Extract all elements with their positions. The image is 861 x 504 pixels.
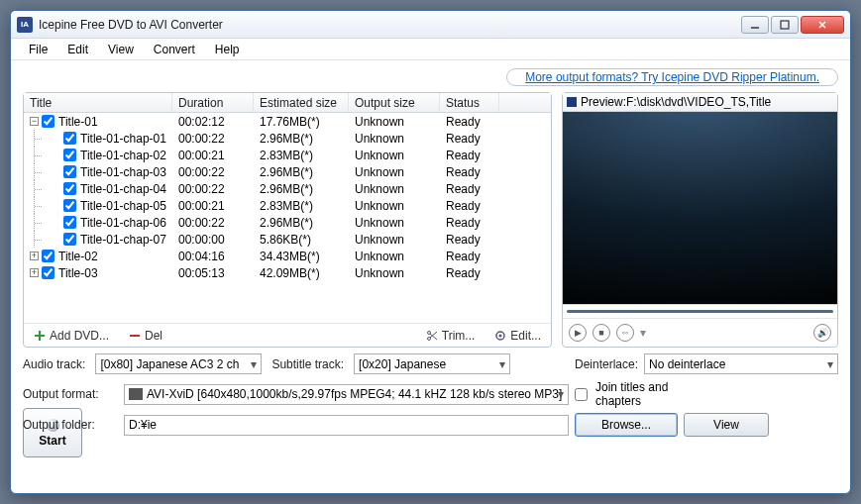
table-row[interactable]: Title-01-chap-0500:00:212.83MB(*)Unknown… bbox=[24, 197, 551, 214]
subtitle-track-select[interactable]: [0x20] Japanese bbox=[354, 353, 510, 374]
menu-help[interactable]: Help bbox=[205, 41, 250, 58]
deinterlace-select[interactable]: No deinterlace bbox=[644, 353, 838, 374]
table-row[interactable]: Title-01-chap-0700:00:005.86KB(*)Unknown… bbox=[24, 231, 551, 248]
cell-out: Unknown bbox=[349, 199, 440, 213]
row-checkbox[interactable] bbox=[63, 216, 76, 229]
preview-label: Preview:F:\disk\dvd\VIDEO_TS,Title bbox=[581, 95, 771, 109]
cell-dur: 00:00:21 bbox=[172, 199, 254, 213]
output-folder-label: Output folder: bbox=[23, 418, 118, 432]
table-row[interactable]: Title-01-chap-0200:00:212.83MB(*)Unknown… bbox=[24, 147, 551, 163]
add-dvd-label: Add DVD... bbox=[50, 329, 109, 343]
cell-est: 2.96MB(*) bbox=[254, 216, 349, 230]
preview-controls: ▶ ■ ◦◦ ▾ 🔊 bbox=[563, 319, 837, 347]
cell-dur: 00:04:16 bbox=[172, 250, 254, 263]
menu-convert[interactable]: Convert bbox=[144, 41, 205, 58]
row-checkbox[interactable] bbox=[63, 199, 76, 212]
row-checkbox[interactable] bbox=[63, 182, 76, 195]
table-row[interactable]: +Title-0200:04:1634.43MB(*)UnknownReady bbox=[24, 248, 551, 264]
expand-toggle[interactable]: − bbox=[30, 117, 39, 126]
output-folder-input[interactable]: D:¥ie bbox=[124, 415, 569, 436]
preview-icon bbox=[567, 97, 577, 107]
cell-out: Unknown bbox=[349, 165, 440, 179]
row-checkbox[interactable] bbox=[63, 165, 76, 178]
preview-video[interactable] bbox=[563, 112, 837, 305]
row-checkbox[interactable] bbox=[42, 115, 54, 128]
row-title: Title-01-chap-05 bbox=[80, 199, 166, 213]
col-output-size[interactable]: Output size bbox=[349, 93, 440, 112]
seek-bar[interactable] bbox=[563, 305, 837, 319]
table-row[interactable]: +Title-0300:05:1342.09MB(*)UnknownReady bbox=[24, 264, 551, 281]
delete-label: Del bbox=[145, 329, 162, 343]
cell-st: Ready bbox=[440, 182, 499, 196]
row-checkbox[interactable] bbox=[63, 233, 76, 246]
cell-est: 34.43MB(*) bbox=[254, 250, 349, 263]
plus-icon bbox=[34, 330, 46, 342]
cell-st: Ready bbox=[440, 216, 499, 230]
table-row[interactable]: Title-01-chap-0600:00:222.96MB(*)Unknown… bbox=[24, 214, 551, 231]
promo-link[interactable]: More output formats? Try Icepine DVD Rip… bbox=[506, 68, 838, 86]
cell-dur: 00:05:13 bbox=[172, 266, 254, 280]
output-format-select[interactable]: AVI-XviD [640x480,1000kb/s,29.97fps MPEG… bbox=[124, 384, 569, 405]
audio-track-select[interactable]: [0x80] Japanese AC3 2 ch bbox=[95, 353, 262, 374]
title-list: Title Duration Estimated size Output siz… bbox=[23, 92, 552, 348]
audio-track-label: Audio track: bbox=[23, 357, 85, 371]
trim-button[interactable]: Trim... bbox=[422, 329, 480, 343]
col-duration[interactable]: Duration bbox=[172, 93, 254, 112]
delete-button[interactable]: Del bbox=[125, 329, 166, 343]
minimize-button[interactable] bbox=[741, 16, 769, 34]
edit-button[interactable]: Edit... bbox=[490, 329, 545, 343]
play-button[interactable]: ▶ bbox=[569, 324, 587, 342]
cell-dur: 00:00:00 bbox=[172, 233, 254, 247]
join-checkbox[interactable] bbox=[575, 388, 588, 401]
subtitle-track-label: Subtitle track: bbox=[271, 357, 344, 371]
svg-rect-1 bbox=[781, 21, 789, 29]
cell-out: Unknown bbox=[349, 132, 440, 146]
cell-out: Unknown bbox=[349, 149, 440, 162]
add-dvd-button[interactable]: Add DVD... bbox=[30, 329, 113, 343]
row-checkbox[interactable] bbox=[42, 250, 54, 262]
table-row[interactable]: Title-01-chap-0100:00:222.96MB(*)Unknown… bbox=[24, 130, 551, 147]
volume-button[interactable]: 🔊 bbox=[813, 324, 831, 342]
menu-view[interactable]: View bbox=[98, 41, 144, 58]
row-checkbox[interactable] bbox=[63, 149, 76, 161]
table-row[interactable]: −Title-0100:02:1217.76MB(*)UnknownReady bbox=[24, 113, 551, 130]
expand-toggle[interactable]: + bbox=[30, 268, 39, 277]
minus-icon bbox=[129, 330, 141, 342]
view-button[interactable]: View bbox=[684, 413, 769, 437]
cell-out: Unknown bbox=[349, 266, 440, 280]
row-checkbox[interactable] bbox=[63, 132, 76, 145]
close-button[interactable] bbox=[801, 16, 844, 34]
table-row[interactable]: Title-01-chap-0400:00:222.96MB(*)Unknown… bbox=[24, 180, 551, 197]
cell-dur: 00:00:21 bbox=[172, 149, 254, 162]
titlebar[interactable]: IA Icepine Free DVD to AVI Converter bbox=[11, 11, 850, 39]
row-title: Title-01-chap-06 bbox=[80, 216, 166, 230]
stop-button[interactable]: ■ bbox=[592, 324, 610, 342]
cell-out: Unknown bbox=[349, 250, 440, 263]
table-row[interactable]: Title-01-chap-0300:00:222.96MB(*)Unknown… bbox=[24, 163, 551, 180]
menu-edit[interactable]: Edit bbox=[57, 41, 98, 58]
browse-button[interactable]: Browse... bbox=[575, 413, 678, 437]
cell-dur: 00:00:22 bbox=[172, 165, 254, 179]
cell-out: Unknown bbox=[349, 182, 440, 196]
list-toolbar: Add DVD... Del Trim... Edit... bbox=[24, 323, 551, 347]
cell-est: 2.83MB(*) bbox=[254, 149, 349, 162]
row-title: Title-01-chap-01 bbox=[80, 132, 166, 146]
menu-file[interactable]: File bbox=[19, 41, 57, 58]
expand-toggle[interactable]: + bbox=[30, 252, 39, 260]
deinterlace-label: Deinterlace: bbox=[575, 357, 638, 371]
cell-est: 5.86KB(*) bbox=[254, 233, 349, 247]
tree-body[interactable]: −Title-0100:02:1217.76MB(*)UnknownReadyT… bbox=[24, 113, 551, 323]
edit-label: Edit... bbox=[510, 329, 541, 343]
preview-panel: Preview:F:\disk\dvd\VIDEO_TS,Title ▶ ■ ◦… bbox=[562, 92, 838, 348]
col-status[interactable]: Status bbox=[440, 93, 499, 112]
step-button[interactable]: ◦◦ bbox=[616, 324, 634, 342]
col-title[interactable]: Title bbox=[24, 93, 172, 112]
col-estimated-size[interactable]: Estimated size bbox=[254, 93, 349, 112]
cell-st: Ready bbox=[440, 266, 499, 280]
maximize-button[interactable] bbox=[771, 16, 799, 34]
menubar: File Edit View Convert Help bbox=[11, 39, 850, 60]
window-title: Icepine Free DVD to AVI Converter bbox=[39, 18, 741, 32]
row-title: Title-01 bbox=[58, 115, 98, 129]
cell-dur: 00:00:22 bbox=[172, 216, 254, 230]
row-checkbox[interactable] bbox=[42, 266, 54, 279]
